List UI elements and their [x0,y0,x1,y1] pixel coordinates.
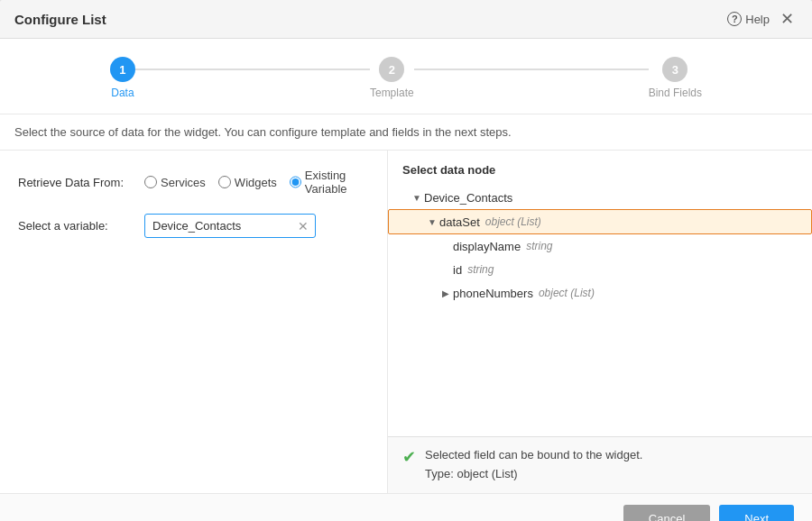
tree-node-device-contacts[interactable]: Device_Contacts [388,186,812,209]
help-button[interactable]: ? Help [727,12,770,26]
tree-node-type-phonenumbers: object (List) [539,287,595,299]
steps-bar: 1 Data 2 Template 3 Bind Fields [0,39,812,114]
dialog-title: Configure List [14,12,106,27]
tree-node-name-device-contacts: Device_Contacts [424,191,512,205]
tree-node-name-phonenumbers: phoneNumbers [453,287,533,300]
radio-widgets-item[interactable]: Widgets [218,176,277,189]
help-icon: ? [727,12,742,26]
radio-widgets-input[interactable] [218,176,231,188]
right-panel: Select data node Device_Contacts dataSet… [388,151,812,493]
cancel-button[interactable]: Cancel [623,505,710,521]
clear-icon[interactable]: ✕ [298,219,309,233]
step-template: 2 Template [370,57,414,99]
tree-node-type-dataset: object (List) [485,215,541,228]
tree-node-id[interactable]: id string [388,258,812,281]
tree-toggle-device-contacts [410,190,424,205]
tree-node-displayname[interactable]: displayName string [388,234,812,258]
check-icon: ✔ [402,447,416,467]
tree-toggle-dataset [425,215,439,229]
tree-node-type-displayname: string [526,240,552,252]
step-3-circle: 3 [662,57,687,82]
variable-input-wrap: ✕ [144,214,316,238]
radio-existing-item[interactable]: Existing Variable [290,169,369,196]
radio-widgets-label: Widgets [235,176,277,189]
step-bind-fields: 3 Bind Fields [649,57,702,99]
step-2-circle: 2 [379,57,404,82]
step-line-1 [135,69,370,70]
step-2-label: Template [370,87,414,99]
radio-services-label: Services [161,176,206,189]
variable-label: Select a variable: [18,219,144,233]
next-button[interactable]: Next [719,505,794,521]
tree-header: Select data node [388,151,812,186]
step-data: 1 Data [110,57,135,99]
tree-node-type-id: string [467,263,494,276]
step-line-2 [414,69,649,70]
tree-node-dataset[interactable]: dataSet object (List) [388,209,812,234]
tree-toggle-phonenumbers [438,286,453,300]
configure-list-dialog: Configure List ? Help ✕ 1 Data 2 Templat… [0,0,812,521]
radio-existing-input[interactable] [290,176,301,188]
description-text: Select the source of data for the widget… [0,114,812,151]
radio-services-input[interactable] [144,176,157,188]
left-panel: Retrieve Data From: Services Widgets Exi… [0,151,388,493]
step-1-circle: 1 [110,57,135,82]
tree-node-phonenumbers[interactable]: phoneNumbers object (List) [388,281,812,305]
step-3-label: Bind Fields [649,87,702,99]
status-line2: Type: object (List) [425,467,518,480]
radio-services-item[interactable]: Services [144,176,206,189]
header-actions: ? Help ✕ [727,11,798,27]
status-line1: Selected field can be bound to the widge… [425,448,642,462]
dialog-header: Configure List ? Help ✕ [0,0,812,39]
variable-input[interactable] [144,214,316,238]
close-button[interactable]: ✕ [777,11,798,27]
tree-node-name-displayname: displayName [453,240,521,253]
help-label: Help [745,13,770,26]
status-bar: ✔ Selected field can be bound to the wid… [388,436,812,493]
variable-row: Select a variable: ✕ [18,214,369,238]
tree-node-name-dataset: dataSet [439,215,480,229]
tree-node-name-id: id [453,263,462,277]
retrieve-data-row: Retrieve Data From: Services Widgets Exi… [18,169,369,196]
step-1-label: Data [111,87,134,99]
radio-group: Services Widgets Existing Variable [144,169,369,196]
radio-existing-label: Existing Variable [305,169,369,196]
main-content: Retrieve Data From: Services Widgets Exi… [0,151,812,493]
tree-area: Device_Contacts dataSet object (List) di… [388,186,812,436]
status-text: Selected field can be bound to the widge… [425,446,642,484]
dialog-footer: Cancel Next [0,493,812,521]
retrieve-label: Retrieve Data From: [18,176,144,189]
